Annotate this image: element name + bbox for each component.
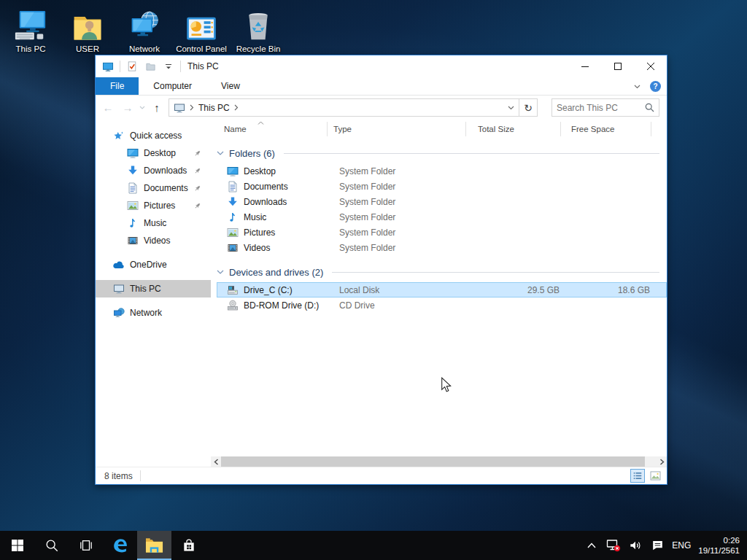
- sidebar-item-desktop[interactable]: Desktop: [96, 144, 211, 162]
- file-free-space-cell: 18.6 GB: [561, 285, 651, 295]
- file-type-cell: System Folder: [328, 182, 466, 192]
- ribbon-tabs: FileComputerView: [96, 77, 255, 95]
- file-row-documents[interactable]: DocumentsSystem Folder: [217, 179, 667, 194]
- taskbar-file-explorer-button[interactable]: [137, 531, 171, 560]
- sidebar-item-network[interactable]: Network: [96, 304, 211, 322]
- sidebar-item-label: Pictures: [144, 201, 175, 211]
- minimize-button[interactable]: [568, 55, 601, 77]
- language-indicator[interactable]: ENG: [672, 540, 691, 551]
- file-row-music[interactable]: MusicSystem Folder: [217, 209, 667, 225]
- scroll-right-icon[interactable]: [657, 459, 667, 465]
- desktop-icon-control-panel[interactable]: Control Panel: [173, 4, 230, 53]
- hard-drive-icon: [227, 284, 239, 296]
- customize-caret-icon[interactable]: [162, 60, 175, 73]
- music-icon: [227, 211, 239, 223]
- address-dropdown-icon[interactable]: [508, 106, 514, 110]
- desktop-icon-user[interactable]: USER: [59, 4, 116, 53]
- documents-icon: [227, 181, 239, 192]
- this-pc-small-icon: [112, 283, 125, 295]
- file-row-drive-c-c[interactable]: Drive_C (C:)Local Disk29.5 GB18.6 GB: [217, 282, 667, 298]
- content-area: Quick accessDesktopDownloadsDocumentsPic…: [96, 120, 667, 456]
- videos-icon: [227, 242, 239, 254]
- sidebar-item-pictures[interactable]: Pictures: [96, 197, 211, 214]
- taskbar-buttons: [0, 531, 206, 560]
- sidebar-item-videos[interactable]: Videos: [96, 232, 211, 249]
- breadcrumb[interactable]: This PC: [198, 103, 230, 113]
- sidebar-item-onedrive[interactable]: OneDrive: [96, 256, 211, 273]
- search-input[interactable]: [557, 103, 645, 113]
- tab-file[interactable]: File: [96, 77, 139, 95]
- file-explorer-icon: [145, 537, 163, 553]
- file-name-label: Music: [244, 212, 266, 222]
- sidebar-item-quick-access[interactable]: Quick access: [96, 127, 211, 144]
- column-header-type[interactable]: Type: [328, 122, 466, 136]
- desktop-icon-this-pc[interactable]: This PC: [2, 4, 59, 53]
- properties-icon[interactable]: [125, 60, 139, 73]
- downloads-icon: [126, 165, 139, 176]
- network-error-icon[interactable]: [606, 539, 621, 552]
- breadcrumb-chevron-icon[interactable]: [190, 104, 194, 111]
- search-box: [551, 98, 659, 117]
- new-folder-icon[interactable]: [144, 60, 157, 73]
- up-arrow-icon[interactable]: ↑: [149, 102, 165, 113]
- tab-computer[interactable]: Computer: [139, 77, 206, 95]
- items-count: 8 items: [104, 471, 133, 481]
- file-row-pictures[interactable]: PicturesSystem Folder: [217, 225, 667, 240]
- column-header-total-size[interactable]: Total Size: [466, 122, 561, 136]
- close-button[interactable]: [634, 55, 667, 77]
- taskbar-edge-button[interactable]: [103, 531, 137, 560]
- group-collapse-icon: [217, 151, 224, 155]
- recycle-bin-icon: [244, 4, 273, 42]
- file-row-desktop[interactable]: DesktopSystem Folder: [217, 163, 667, 179]
- details-view-button[interactable]: [630, 469, 645, 483]
- breadcrumb-chevron-icon[interactable]: [234, 104, 239, 111]
- title-bar[interactable]: This PC: [96, 55, 667, 77]
- taskbar-task-view-button[interactable]: [69, 531, 103, 560]
- ribbon-collapse-chevron-icon[interactable]: [634, 85, 640, 89]
- file-name-cell: Drive_C (C:): [217, 284, 328, 296]
- group-divider: [284, 153, 659, 154]
- maximize-button[interactable]: [601, 55, 634, 77]
- horizontal-scrollbar[interactable]: [211, 456, 667, 467]
- desktop-icon-network[interactable]: Network: [116, 4, 173, 53]
- column-header-name[interactable]: Name: [217, 122, 328, 136]
- group-header-devices-and-drives-2[interactable]: Devices and drives (2): [217, 265, 667, 279]
- user-folder-icon: [71, 4, 104, 42]
- explorer-window: This PC FileComputerView ? ← → ↑ This PC…: [95, 55, 667, 485]
- group-header-folders-6[interactable]: Folders (6): [217, 146, 667, 160]
- sidebar-item-label: Music: [144, 218, 166, 228]
- desktop-icon-recycle-bin[interactable]: Recycle Bin: [230, 4, 287, 53]
- scrollbar-thumb[interactable]: [221, 456, 645, 467]
- magnifier-icon[interactable]: [645, 103, 654, 112]
- sidebar-item-documents[interactable]: Documents: [96, 179, 211, 197]
- back-arrow-icon[interactable]: ←: [100, 102, 116, 113]
- tab-view[interactable]: View: [206, 77, 255, 95]
- column-header-free-space[interactable]: Free Space: [561, 122, 651, 136]
- refresh-icon: ↻: [524, 102, 533, 114]
- sidebar-item-music[interactable]: Music: [96, 214, 211, 232]
- file-row-videos[interactable]: VideosSystem Folder: [217, 240, 667, 255]
- this-pc-desktop-icon: [14, 4, 47, 42]
- refresh-button[interactable]: ↻: [519, 98, 538, 117]
- chevron-up-icon[interactable]: [584, 542, 599, 548]
- file-row-downloads[interactable]: DownloadsSystem Folder: [217, 194, 667, 209]
- taskbar-store-button[interactable]: [171, 531, 206, 560]
- sidebar-item-label: OneDrive: [130, 260, 167, 270]
- thumbnail-view-button[interactable]: [648, 469, 662, 483]
- explorer-monitor-icon: [101, 60, 115, 73]
- sidebar-item-downloads[interactable]: Downloads: [96, 162, 211, 179]
- scroll-left-icon[interactable]: [211, 459, 221, 465]
- sidebar-item-this-pc[interactable]: This PC: [96, 280, 211, 298]
- address-box[interactable]: This PC: [169, 98, 519, 117]
- file-name-cell: Downloads: [217, 196, 328, 208]
- taskbar-search-button[interactable]: [34, 531, 69, 560]
- file-row-bd-rom-drive-d[interactable]: BD-ROM Drive (D:)CD Drive: [217, 298, 667, 313]
- taskbar-start-button[interactable]: [0, 531, 34, 560]
- forward-arrow-icon[interactable]: →: [120, 102, 136, 113]
- clock[interactable]: 0:26 19/11/2561: [698, 535, 740, 556]
- volume-icon[interactable]: [628, 540, 643, 551]
- action-center-icon[interactable]: [650, 540, 665, 551]
- history-chevron-icon[interactable]: [139, 106, 145, 109]
- sidebar-item-label: Downloads: [144, 166, 187, 176]
- help-icon[interactable]: ?: [650, 81, 661, 92]
